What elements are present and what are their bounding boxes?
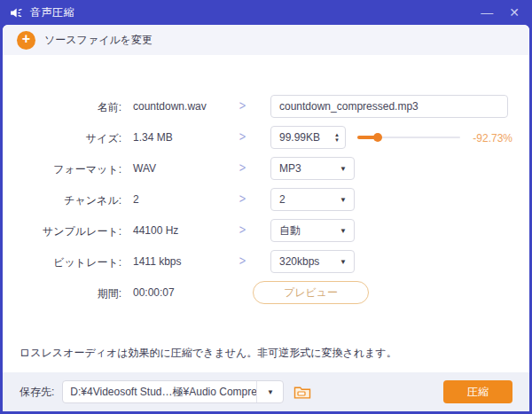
dialog-content: + ソースファイルを変更 名前: countdown.wav > サイズ: 1.… (3, 25, 529, 411)
format-source-value: WAV (133, 162, 156, 175)
minimize-button[interactable]: — (481, 6, 493, 19)
size-label: サイズ: (3, 131, 121, 146)
dropdown-arrow-icon: ▼ (340, 165, 347, 173)
window-controls: — ✕ (481, 6, 523, 19)
bitrate-label: ビットレート: (3, 255, 121, 270)
preview-button[interactable]: プレビュー (253, 281, 369, 304)
chevron-right-icon: > (239, 160, 246, 175)
speaker-icon (9, 5, 24, 20)
row-duration: 期間: 00:00:07 プレビュー (3, 281, 529, 304)
channel-label: チャンネル: (3, 193, 121, 208)
size-slider[interactable] (357, 136, 460, 139)
chevron-right-icon: > (239, 191, 246, 206)
channel-selected-value: 2 (279, 193, 286, 206)
channel-select[interactable]: 2 ▼ (270, 188, 355, 211)
settings-form: 名前: countdown.wav > サイズ: 1.34 MB > 99.99… (3, 55, 529, 304)
bitrate-source-value: 1411 kbps (133, 255, 182, 268)
audio-compress-window: 音声圧縮 — ✕ + ソースファイルを変更 名前: countdown.wav … (0, 0, 532, 414)
duration-label: 期間: (3, 286, 121, 301)
sample-rate-label: サンプルレート: (3, 224, 121, 239)
dropdown-arrow-icon: ▼ (340, 227, 347, 235)
plus-glyph: + (22, 32, 30, 46)
dropdown-arrow-icon[interactable]: ▼ (256, 381, 283, 402)
footer-bar: 保存先: D:¥4Videosoft Stud…極¥Audio Compress… (3, 372, 529, 411)
window-title: 音声圧縮 (30, 5, 74, 20)
row-sample-rate: サンプルレート: 44100 Hz > 自動 ▼ (3, 219, 529, 242)
chevron-right-icon: > (239, 253, 246, 268)
name-label: 名前: (3, 100, 121, 115)
row-bitrate: ビットレート: 1411 kbps > 320kbps ▼ (3, 250, 529, 273)
spin-down-icon[interactable]: ▼ (334, 137, 340, 143)
size-reduction-percent: -92.73% (470, 132, 512, 145)
sample-rate-select[interactable]: 自動 ▼ (270, 219, 355, 242)
size-spinner[interactable]: 99.99KB ▲ ▼ (270, 126, 346, 149)
chevron-right-icon: > (239, 98, 246, 113)
sample-rate-source-value: 44100 Hz (133, 224, 178, 237)
dropdown-arrow-icon: ▼ (340, 258, 347, 266)
row-name: 名前: countdown.wav > (3, 95, 529, 118)
change-source-bar[interactable]: + ソースファイルを変更 (3, 25, 529, 55)
dropdown-arrow-icon: ▼ (340, 196, 347, 204)
save-path-value: D:¥4Videosoft Stud…極¥Audio Compressed (63, 385, 256, 400)
row-format: フォーマット: WAV > MP3 ▼ (3, 157, 529, 180)
compress-button[interactable]: 圧縮 (443, 380, 512, 403)
close-button[interactable]: ✕ (509, 6, 520, 19)
lossless-note: ロスレスオーディオは効果的に圧縮できません。非可逆形式に変換されます。 (20, 346, 397, 361)
format-label: フォーマット: (3, 162, 121, 177)
name-source-value: countdown.wav (133, 100, 207, 113)
chevron-right-icon: > (239, 222, 246, 237)
bitrate-selected-value: 320kbps (279, 255, 319, 268)
duration-value: 00:00:07 (133, 286, 175, 299)
bitrate-select[interactable]: 320kbps ▼ (270, 250, 355, 273)
save-path-select[interactable]: D:¥4Videosoft Stud…極¥Audio Compressed ▼ (62, 380, 284, 403)
row-channel: チャンネル: 2 > 2 ▼ (3, 188, 529, 211)
add-source-icon: + (17, 31, 35, 50)
titlebar: 音声圧縮 — ✕ (0, 0, 532, 25)
row-size: サイズ: 1.34 MB > 99.99KB ▲ ▼ -92.73% (3, 126, 529, 149)
open-folder-icon[interactable] (293, 385, 311, 400)
format-select[interactable]: MP3 ▼ (270, 157, 355, 180)
save-destination-label: 保存先: (20, 385, 54, 400)
channel-source-value: 2 (133, 193, 139, 206)
chevron-right-icon: > (239, 129, 246, 144)
size-source-value: 1.34 MB (133, 131, 173, 144)
change-source-label: ソースファイルを変更 (44, 33, 153, 48)
format-selected-value: MP3 (279, 162, 301, 175)
spinner-arrows[interactable]: ▲ ▼ (334, 132, 340, 143)
output-name-input[interactable] (270, 95, 508, 118)
size-output-value: 99.99KB (279, 131, 320, 144)
slider-handle[interactable] (373, 133, 382, 142)
sample-rate-selected-value: 自動 (279, 223, 301, 238)
